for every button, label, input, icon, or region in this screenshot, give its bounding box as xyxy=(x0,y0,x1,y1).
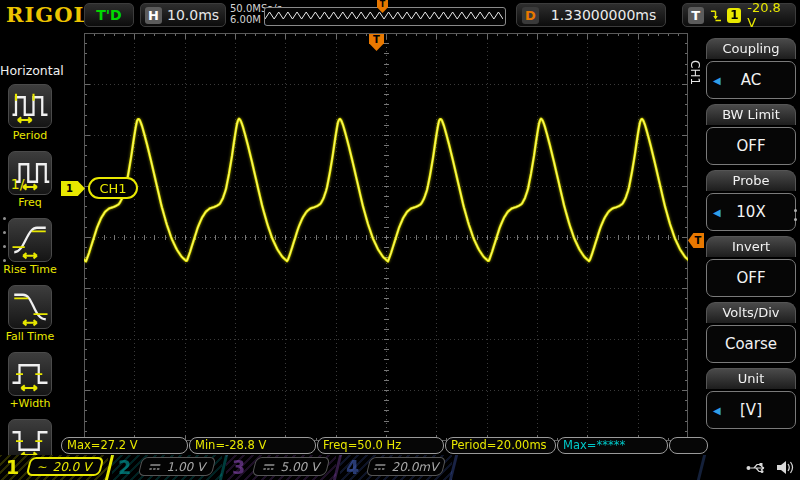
menu-item-label: Unit xyxy=(706,368,796,389)
left-arrow-icon: ◀ xyxy=(713,207,721,218)
h-key-label: H xyxy=(145,7,162,24)
measurement-max: Max=27.2 V xyxy=(61,437,188,454)
dc-coupling-icon xyxy=(371,462,387,472)
measure-item-period[interactable]: Period xyxy=(0,84,60,150)
channel-number: 1 xyxy=(6,455,19,480)
measurement-empty xyxy=(669,437,708,454)
menu-item-label: Volts/Div xyxy=(706,302,796,323)
menu-item-invert[interactable]: Invert ◀OFF xyxy=(706,236,796,297)
period-icon[interactable] xyxy=(8,84,52,128)
svg-text:1/: 1/ xyxy=(11,176,25,192)
menu-item-label: Probe xyxy=(706,170,796,191)
measure-item-rise-time[interactable]: Rise Time xyxy=(0,218,60,284)
menu-item-value: [V] xyxy=(740,401,762,419)
rise-time-icon[interactable] xyxy=(8,218,52,262)
menu-item-label: Invert xyxy=(706,236,796,257)
measure-item-fall-time[interactable]: Fall Time xyxy=(0,285,60,351)
timebase-value: 10.0ms xyxy=(167,7,219,23)
channel-scale: 1.00 V xyxy=(166,460,208,474)
sidebar-scroll-dot xyxy=(3,231,6,234)
channel1-label-tag[interactable]: CH1 xyxy=(88,177,138,199)
freq-icon[interactable]: 1/ xyxy=(8,151,52,195)
sidebar-scroll-dot xyxy=(3,259,6,262)
sidebar-scroll-dot xyxy=(3,245,6,248)
channel-scale-box: 1.00 V xyxy=(138,457,217,476)
channel2-status[interactable]: 2 1.00 V xyxy=(112,455,222,480)
channel-number: 3 xyxy=(232,455,245,480)
horizontal-timebase-box: H 10.0ms xyxy=(140,3,226,27)
menu-item-volts-div[interactable]: Volts/Div ◀Coarse xyxy=(706,302,796,363)
fall-time-icon[interactable] xyxy=(8,285,52,329)
channel-status-bar: 1 ~ 20.0 V 2 1.00 V 3 5.00 V 4 xyxy=(0,455,800,480)
channel-scale: 20.0mV xyxy=(391,460,441,474)
measure-item-label: Period xyxy=(0,129,62,142)
falling-edge-icon xyxy=(710,7,722,23)
trigger-source-badge: 1 xyxy=(727,8,741,23)
dc-coupling-icon xyxy=(146,462,162,472)
menu-item-value: 10X xyxy=(736,203,765,221)
menu-item-value: AC xyxy=(741,71,761,89)
scope-graticule-waveform xyxy=(84,33,688,441)
sidebar-scroll-dot xyxy=(3,217,6,220)
header-bar: RIGOL T'D H 10.0ms 50.0MSa/s 6.00M pts T… xyxy=(0,0,800,30)
menu-page-dot xyxy=(794,209,797,212)
menu-item-label: Coupling xyxy=(706,38,796,59)
left-arrow-icon: ◀ xyxy=(713,405,721,416)
usb-icon xyxy=(746,461,768,474)
measure-item-label: Fall Time xyxy=(0,330,62,343)
dc-coupling-icon xyxy=(260,462,276,472)
menu-item-coupling[interactable]: Coupling ◀AC xyxy=(706,38,796,99)
rigol-logo: RIGOL xyxy=(6,2,89,27)
measure-item-label: Rise Time xyxy=(0,263,62,276)
channel-scale-box: 5.00 V xyxy=(252,457,331,476)
channel-scale: 20.0 V xyxy=(52,460,94,474)
menu-item-value: OFF xyxy=(736,137,765,155)
channel-scale: 5.00 V xyxy=(280,460,322,474)
measurement-freq: Freq=50.0 Hz xyxy=(317,437,444,454)
menu-channel-tab: CH1 xyxy=(688,60,702,85)
menu-page-dot xyxy=(794,218,797,221)
measure-sidebar-title: Horizontal xyxy=(0,63,60,78)
trigger-delay-box: D 1.33000000ms xyxy=(516,3,666,27)
measure-sidebar: Horizontal Period 1/ Freq xyxy=(0,30,60,455)
channel-scale-box: ~ 20.0 V xyxy=(26,457,105,476)
channel-scale-box: 20.0mV xyxy=(366,457,447,476)
speaker-icon xyxy=(776,460,794,475)
menu-item-bw-limit[interactable]: BW Limit ◀OFF xyxy=(706,104,796,165)
measurement-min: Min=-28.8 V xyxy=(189,437,316,454)
measurement-period: Period=20.00ms xyxy=(445,437,556,454)
status-separator xyxy=(697,455,706,480)
channel4-status[interactable]: 4 20.0mV xyxy=(340,455,452,480)
channel-number: 4 xyxy=(346,455,359,480)
channel1-ground-marker[interactable]: 1 xyxy=(61,181,85,196)
plus-width-icon[interactable] xyxy=(8,352,52,396)
trigger-info-box: T 1 -20.8 V xyxy=(682,3,796,27)
measurement-max2: Max=***** xyxy=(557,437,668,454)
measure-item-label: +Width xyxy=(0,397,62,410)
menu-item-unit[interactable]: Unit ◀[V] xyxy=(706,368,796,429)
menu-item-label: BW Limit xyxy=(706,104,796,125)
menu-item-value: Coarse xyxy=(725,335,777,353)
channel-number: 2 xyxy=(118,455,131,480)
trigger-status-badge: T'D xyxy=(84,3,134,27)
menu-item-probe[interactable]: Probe ◀10X xyxy=(706,170,796,231)
trigger-level-value: -20.8 V xyxy=(747,0,790,30)
measure-item-label: Freq xyxy=(0,196,62,209)
status-icons xyxy=(742,455,798,480)
menu-item-value: OFF xyxy=(736,269,765,287)
channel3-status[interactable]: 3 5.00 V xyxy=(226,455,336,480)
channel1-status[interactable]: 1 ~ 20.0 V xyxy=(0,455,108,480)
delay-value: 1.33000000ms xyxy=(547,7,660,23)
delay-key-label: D xyxy=(522,7,539,24)
measure-item-plus-width[interactable]: +Width xyxy=(0,352,60,418)
measure-item-freq[interactable]: 1/ Freq xyxy=(0,151,60,217)
trigger-key-label: T xyxy=(688,7,704,24)
trigger-status-text: T'D xyxy=(96,7,121,23)
ac-coupling-icon: ~ xyxy=(36,462,49,472)
left-arrow-icon: ◀ xyxy=(713,75,721,86)
